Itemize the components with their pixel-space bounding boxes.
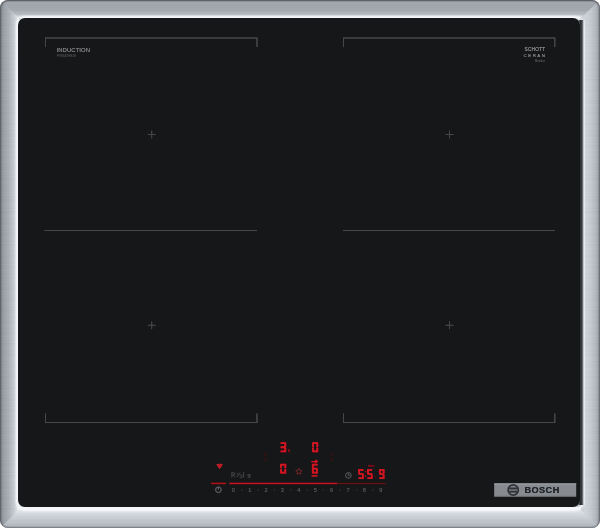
svg-text:0: 0 xyxy=(232,487,235,493)
svg-text:2: 2 xyxy=(265,487,268,493)
svg-text:5: 5 xyxy=(314,487,317,493)
svg-text:4: 4 xyxy=(297,487,300,493)
svg-text:INDUCTION: INDUCTION xyxy=(57,47,91,53)
svg-text:Miradur: Miradur xyxy=(535,59,545,63)
svg-text:CERAN: CERAN xyxy=(524,53,547,58)
svg-text:3: 3 xyxy=(281,487,284,493)
svg-text:SCHOTT: SCHOTT xyxy=(524,47,545,52)
svg-text:min: min xyxy=(368,463,375,468)
svg-text:6: 6 xyxy=(330,487,333,493)
svg-text:PVS645HB1E: PVS645HB1E xyxy=(57,54,76,58)
svg-text:9: 9 xyxy=(379,487,382,493)
svg-text:1: 1 xyxy=(248,487,251,493)
svg-text:7: 7 xyxy=(346,487,349,493)
svg-text:BOSCH: BOSCH xyxy=(525,485,560,495)
svg-text:8: 8 xyxy=(363,487,366,493)
